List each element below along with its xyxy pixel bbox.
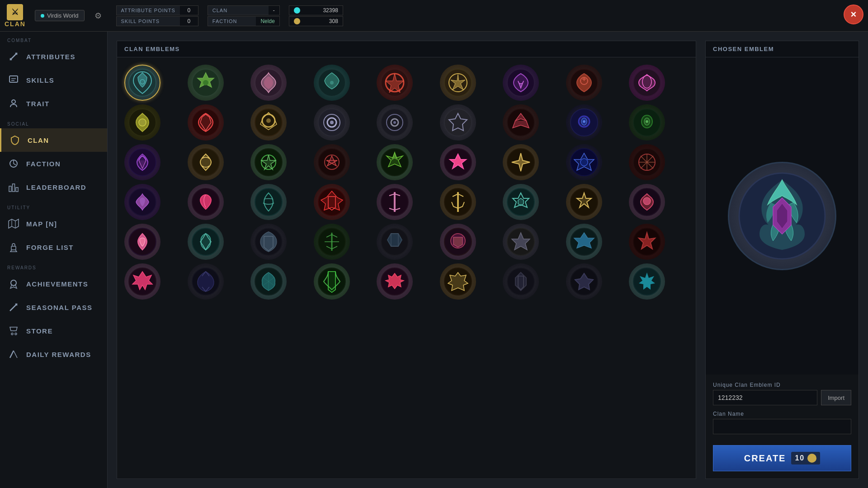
emblem-38[interactable]	[188, 224, 224, 260]
emblem-28[interactable]	[124, 184, 160, 220]
emblem-34[interactable]	[503, 184, 539, 220]
emblems-grid-container[interactable]	[117, 57, 696, 479]
svg-rect-14	[11, 246, 16, 250]
faction-row: FACTION Nelde	[208, 16, 280, 26]
sidebar-item-map[interactable]: MAP [N]	[0, 212, 107, 235]
emblem-46[interactable]	[124, 263, 160, 300]
emblem-14[interactable]	[377, 104, 413, 141]
emblem-33[interactable]	[440, 184, 476, 220]
settings-tab[interactable]: ⚙	[89, 9, 107, 23]
emblem-16[interactable]	[503, 104, 539, 141]
emblem-25[interactable]	[503, 144, 539, 180]
emblems-grid	[122, 62, 691, 302]
emblem-45[interactable]	[629, 224, 665, 260]
emblem-id-row: Import	[713, 390, 851, 405]
sidebar-item-leaderboard[interactable]: LEADERBOARD	[0, 175, 107, 199]
sidebar-item-forge[interactable]: FORGE LIST	[0, 235, 107, 259]
emblem-18[interactable]	[629, 104, 665, 141]
emblem-26[interactable]	[566, 144, 602, 180]
emblem-37[interactable]	[124, 224, 160, 260]
emblem-40[interactable]	[314, 224, 350, 260]
sidebar: COMBAT ATTRIBUTES SKILLS TRAIT SOCIAL CL…	[0, 32, 108, 488]
emblem-20[interactable]	[188, 144, 224, 180]
clan-name-input[interactable]	[713, 419, 851, 434]
emblem-43[interactable]	[503, 224, 539, 260]
chosen-emblem-display	[706, 57, 859, 375]
attr-points-label: ATTRIBUTE POINTS	[117, 6, 180, 14]
emblem-9[interactable]	[629, 65, 665, 101]
emblem-54[interactable]	[629, 263, 665, 300]
emblem-12[interactable]	[250, 104, 287, 141]
emblem-29[interactable]	[188, 184, 224, 220]
emblem-47[interactable]	[188, 263, 224, 300]
emblem-35[interactable]	[566, 184, 602, 220]
sidebar-label-daily: DAILY REWARDS	[26, 351, 91, 358]
emblem-50[interactable]	[377, 263, 413, 300]
emblem-31[interactable]	[314, 184, 350, 220]
emblem-42[interactable]	[440, 224, 476, 260]
svg-point-72	[580, 159, 588, 166]
emblem-7[interactable]	[503, 65, 539, 101]
emblem-39[interactable]	[250, 224, 287, 260]
sidebar-item-attributes[interactable]: ATTRIBUTES	[0, 45, 107, 68]
svg-point-57	[583, 120, 585, 123]
emblem-4[interactable]	[314, 65, 350, 101]
emblem-10[interactable]	[124, 104, 160, 141]
rewards-section-label: REWARDS	[0, 259, 107, 272]
create-button[interactable]: CREATE 10	[713, 445, 851, 471]
emblem-30[interactable]	[250, 184, 287, 220]
emblem-52[interactable]	[503, 263, 539, 300]
sidebar-item-daily[interactable]: DAILY REWARDS	[0, 343, 107, 366]
sidebar-item-trait[interactable]: TRAIT	[0, 92, 107, 115]
emblem-24[interactable]	[440, 144, 476, 180]
emblem-22[interactable]	[314, 144, 350, 180]
emblem-8[interactable]	[566, 65, 602, 101]
faction-row-label: FACTION	[208, 17, 256, 25]
sword-icon	[7, 50, 20, 63]
sidebar-item-clan[interactable]: CLAN	[0, 128, 107, 152]
emblem-13[interactable]	[314, 104, 350, 141]
emblem-id-input[interactable]	[713, 390, 817, 405]
sidebar-item-store[interactable]: STORE	[0, 319, 107, 343]
emblem-2[interactable]	[188, 65, 224, 101]
emblem-15[interactable]	[440, 104, 476, 141]
emblem-3[interactable]	[250, 65, 287, 101]
emblem-32[interactable]	[377, 184, 413, 220]
emblem-21[interactable]	[250, 144, 287, 180]
create-label: CREATE	[744, 453, 786, 464]
daily-icon	[7, 348, 20, 361]
import-button[interactable]: Import	[821, 390, 851, 405]
svg-rect-3	[9, 76, 18, 82]
logo-icon: ⚔	[7, 4, 23, 20]
emblem-23[interactable]	[377, 144, 413, 180]
emblem-11[interactable]	[188, 104, 224, 141]
combat-section-label: COMBAT	[0, 32, 107, 45]
emblem-41[interactable]	[377, 224, 413, 260]
sidebar-item-skills[interactable]: SKILLS	[0, 68, 107, 92]
chosen-emblem-large	[728, 162, 836, 270]
emblem-5[interactable]	[377, 65, 413, 101]
close-button[interactable]: ×	[844, 5, 863, 24]
emblem-36[interactable]	[629, 184, 665, 220]
top-bar: ⚔ CLAN Virdis World ⚙ ATTRIBUTE POINTS 0…	[0, 0, 868, 32]
emblem-48[interactable]	[250, 263, 287, 300]
svg-point-39	[139, 119, 146, 126]
emblem-17[interactable]	[566, 104, 602, 141]
main-content: CLAN EMBLEMS	[108, 32, 868, 488]
emblem-53[interactable]	[566, 263, 602, 300]
svg-marker-11	[9, 219, 19, 228]
emblem-6[interactable]	[440, 65, 476, 101]
emblem-id-label: Unique Clan Emblem ID	[713, 382, 851, 388]
svg-rect-8	[9, 186, 11, 192]
emblem-1[interactable]	[124, 65, 160, 101]
emblem-27[interactable]	[629, 144, 665, 180]
sidebar-item-achievements[interactable]: ACHIEVEMENTS	[0, 272, 107, 296]
emblem-51[interactable]	[440, 263, 476, 300]
emblem-49[interactable]	[314, 263, 350, 300]
emblem-19[interactable]	[124, 144, 160, 180]
sidebar-item-faction[interactable]: FACTION	[0, 152, 107, 175]
svg-point-19	[15, 333, 17, 335]
emblem-44[interactable]	[566, 224, 602, 260]
sidebar-item-seasonal[interactable]: SEASONAL PASS	[0, 296, 107, 319]
world-tab[interactable]: Virdis World	[35, 10, 85, 21]
